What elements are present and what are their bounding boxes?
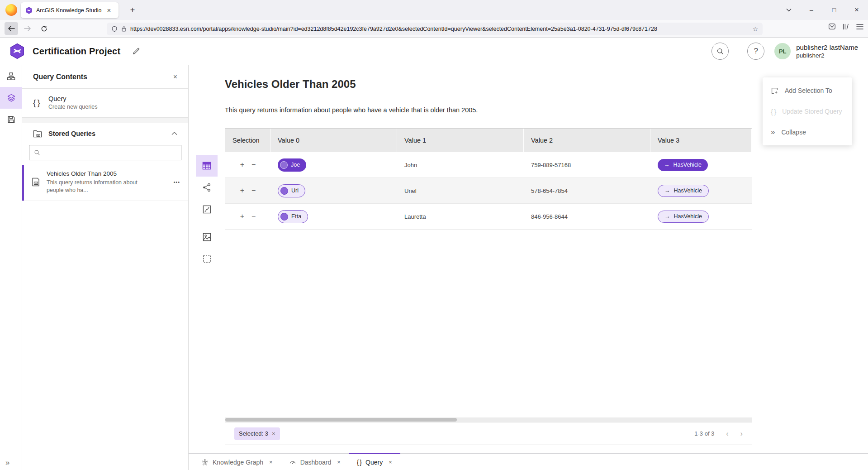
menu-item-collapse[interactable]: » Collapse (763, 122, 852, 143)
braces-icon: { } (357, 459, 361, 466)
app-header: Certification Project ? PL publisher2 la… (0, 38, 868, 65)
view-toolbar (196, 155, 218, 269)
scrollbar-thumb[interactable] (225, 418, 457, 422)
extensions-icon[interactable] (842, 23, 850, 30)
arcgis-knowledge-logo-icon (25, 7, 33, 14)
firefox-logo-icon (5, 4, 17, 16)
tab-dashboard[interactable]: Dashboard × (281, 453, 349, 470)
relationship-pill[interactable]: →HasVehicle (658, 185, 709, 197)
stored-query-title: Vehicles Older Than 2005 (47, 170, 154, 177)
table-row[interactable]: + − Etta Lauretta 846-956-8644 →HasVehic… (225, 204, 752, 230)
save-rail-button[interactable] (0, 109, 22, 130)
entity-pill[interactable]: Joe (278, 158, 306, 172)
list-tabs-icon[interactable] (781, 3, 797, 17)
stored-queries-search[interactable] (29, 145, 181, 160)
browser-tab[interactable]: ArcGIS Knowledge Studio × (21, 2, 119, 18)
search-input[interactable] (44, 149, 176, 156)
stored-query-description: This query returns information about peo… (47, 179, 154, 194)
link-chart-view-button[interactable] (196, 177, 218, 198)
close-tab-icon[interactable]: × (389, 459, 392, 465)
select-tool-button[interactable] (196, 248, 218, 269)
add-to-selection-button[interactable]: + (240, 161, 244, 169)
stored-query-item[interactable]: Vehicles Older Than 2005 This query retu… (22, 165, 188, 201)
column-header[interactable]: Value 3 (650, 129, 752, 152)
arcgis-knowledge-logo-icon (9, 43, 25, 59)
double-chevron-right-icon: » (771, 128, 775, 137)
add-to-selection-button[interactable]: + (240, 187, 244, 195)
menu-hamburger-icon[interactable] (856, 24, 863, 30)
contents-rail-button[interactable] (0, 87, 22, 109)
map-view-button[interactable] (196, 198, 218, 220)
table-view-button[interactable] (196, 155, 218, 177)
results-table: Selection Value 0 Value 1 Value 2 Value … (225, 128, 752, 445)
folder-icon (33, 129, 42, 138)
relationship-pill[interactable]: →HasVehicle (658, 211, 709, 223)
page-description: This query returns information about peo… (225, 106, 478, 114)
expand-rail-button[interactable]: » (0, 458, 22, 467)
search-button[interactable] (711, 43, 729, 60)
new-tab-button[interactable]: + (128, 5, 138, 15)
lock-icon (121, 26, 127, 32)
table-cell: Uriel (397, 187, 524, 194)
arrow-right-icon: → (664, 187, 670, 194)
user-avatar[interactable]: PL (774, 43, 791, 59)
entity-pill[interactable]: Etta (278, 210, 308, 223)
column-header[interactable]: Value 1 (397, 129, 524, 152)
panel-close-icon[interactable]: × (173, 73, 177, 81)
column-header[interactable]: Value 0 (270, 129, 397, 152)
data-model-rail-button[interactable] (0, 65, 22, 87)
window-close-button[interactable]: × (849, 3, 864, 17)
clear-selection-icon[interactable]: × (272, 430, 275, 437)
column-header[interactable]: Selection (225, 129, 270, 152)
close-tab-icon[interactable]: × (269, 459, 273, 465)
query-item-subtitle: Create new queries (48, 104, 97, 110)
image-view-button[interactable] (196, 226, 218, 248)
previous-page-icon[interactable]: ‹ (726, 430, 728, 438)
stored-query-options-icon[interactable]: ••• (173, 179, 180, 185)
close-tab-icon[interactable]: × (337, 459, 341, 465)
tab-knowledge-graph[interactable]: Knowledge Graph × (193, 453, 281, 470)
window-maximize-button[interactable]: □ (826, 3, 842, 17)
horizontal-scrollbar[interactable] (225, 417, 752, 422)
bookmark-star-icon[interactable]: ☆ (752, 25, 758, 33)
stored-query-icon (31, 177, 40, 187)
divider (738, 38, 738, 65)
remove-from-selection-button[interactable]: − (251, 161, 256, 169)
window-minimize-button[interactable]: – (804, 3, 819, 17)
reload-button[interactable] (37, 22, 51, 35)
query-contents-panel: Query Contents × { } Query Create new qu… (22, 65, 189, 470)
toolbar-divider (199, 223, 214, 223)
pocket-icon[interactable] (828, 23, 836, 30)
content-tabbar: Knowledge Graph × Dashboard × { } Query … (189, 453, 868, 470)
next-page-icon[interactable]: › (740, 430, 743, 438)
selected-count-chip[interactable]: Selected: 3 × (234, 427, 280, 440)
project-title: Certification Project (33, 46, 120, 57)
remove-from-selection-button[interactable]: − (251, 212, 256, 221)
table-row[interactable]: + − Uri Uriel 578-654-7854 →HasVehicle (225, 178, 752, 204)
chevron-up-icon[interactable] (171, 132, 177, 135)
column-header[interactable]: Value 2 (524, 129, 650, 152)
search-icon (34, 149, 40, 156)
menu-item-update-stored-query[interactable]: { } Update Stored Query (763, 101, 852, 122)
entity-avatar (280, 161, 288, 169)
add-to-selection-button[interactable]: + (240, 212, 244, 221)
url-bar[interactable]: https://dev0028833.esri.com/portal/apps/… (107, 23, 763, 35)
new-query-item[interactable]: { } Query Create new queries (22, 89, 188, 118)
remove-from-selection-button[interactable]: − (251, 187, 256, 195)
braces-icon: { } (771, 108, 776, 115)
back-button[interactable] (5, 22, 18, 35)
menu-item-add-selection-to[interactable]: Add Selection To (763, 80, 852, 101)
browser-titlebar: ArcGIS Knowledge Studio × + – □ × (0, 0, 868, 20)
tab-query[interactable]: { } Query × (349, 453, 400, 470)
edit-title-pencil-icon[interactable] (132, 47, 140, 55)
arrow-right-icon: → (664, 162, 670, 168)
relationship-pill[interactable]: →HasVehicle (658, 159, 708, 171)
tab-close-icon[interactable]: × (104, 5, 114, 15)
table-row[interactable]: + − Joe John 759-889-57168 →HasVehicle (225, 152, 752, 178)
entity-pill[interactable]: Uri (278, 184, 305, 197)
help-button[interactable]: ? (747, 43, 764, 60)
stored-queries-header[interactable]: Stored Queries (22, 123, 188, 144)
forward-button[interactable] (21, 22, 34, 35)
stored-queries-title: Stored Queries (48, 130, 171, 137)
query-viewer: Vehicles Older Than 2005 This query retu… (189, 65, 868, 453)
